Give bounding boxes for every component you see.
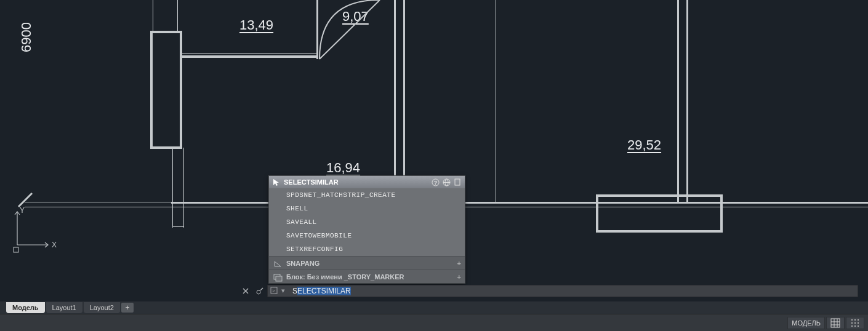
status-dots-button[interactable] (846, 317, 864, 329)
svg-point-30 (854, 322, 856, 324)
autocomplete-item[interactable]: SETXREFCONFIG (269, 242, 465, 256)
chevron-down-icon[interactable]: ▾ (281, 287, 290, 295)
add-layout-button[interactable]: + (121, 303, 134, 313)
help-icon[interactable]: ? (430, 177, 440, 187)
svg-point-27 (854, 319, 856, 321)
autocomplete-title: SELECTSIMILAR (284, 178, 339, 186)
svg-point-33 (854, 325, 856, 327)
autocomplete-section[interactable]: Блок: Без имени _STORY_MARKER + (269, 269, 465, 283)
autocomplete-item[interactable]: SAVETOWEBMOBILE (269, 229, 465, 242)
svg-text:?: ? (433, 180, 437, 186)
svg-rect-6 (14, 247, 18, 252)
layout-tab[interactable]: Layout1 (46, 302, 82, 313)
autocomplete-item[interactable]: SPDSNET_HATCHSTRIP_CREATE (269, 188, 465, 202)
globe-icon[interactable] (441, 177, 451, 187)
cursor-icon (271, 177, 281, 187)
command-text: SELECTSIMILAR (292, 287, 351, 296)
commandline-settings-button[interactable] (254, 285, 265, 297)
svg-point-26 (851, 319, 853, 321)
svg-point-32 (851, 325, 853, 327)
grid-icon (830, 318, 840, 328)
svg-point-28 (858, 319, 859, 321)
expand-icon[interactable]: + (457, 270, 461, 284)
autocomplete-item[interactable]: SHELL (269, 202, 465, 215)
dimension-label: 29,52 (627, 137, 661, 153)
svg-point-34 (858, 325, 859, 327)
svg-text:Y: Y (20, 206, 25, 215)
expand-icon[interactable]: + (457, 257, 461, 270)
status-model-button[interactable]: МОДЕЛЬ (787, 317, 825, 329)
svg-rect-14 (276, 276, 282, 281)
prompt-icon: >_ (270, 287, 279, 295)
layout-tab[interactable]: Layout2 (84, 302, 120, 313)
svg-rect-21 (831, 319, 840, 327)
dimension-label: 16,94 (326, 160, 360, 176)
status-grid-button[interactable] (826, 317, 845, 329)
dimension-label-vertical: 6900 (18, 22, 34, 52)
dots-grid-icon (850, 318, 860, 328)
autocomplete-popup: SELECTSIMILAR ? SPDSNET_HATCHSTRIP_CREAT… (268, 175, 465, 284)
svg-point-29 (851, 322, 853, 324)
status-bar: МОДЕЛЬ (0, 314, 868, 331)
svg-text:X: X (52, 241, 57, 249)
svg-point-31 (858, 322, 859, 324)
popup-close-icon[interactable] (452, 177, 462, 187)
autocomplete-list: SPDSNET_HATCHSTRIP_CREATE SHELL SAVEALL … (269, 188, 465, 256)
layout-tab-model[interactable]: Модель (6, 302, 45, 313)
svg-line-18 (260, 288, 263, 290)
door-arc (318, 0, 398, 74)
dimension-label: 13,49 (239, 17, 273, 33)
ucs-icon: X Y (11, 204, 60, 253)
svg-rect-12 (455, 179, 460, 185)
layout-tab-bar: Модель Layout1 Layout2 + (0, 301, 868, 314)
svg-text:>_: >_ (272, 288, 278, 293)
command-input[interactable]: >_ ▾ SELECTSIMILAR (267, 285, 858, 297)
autocomplete-item[interactable]: SAVEALL (269, 215, 465, 229)
angle-icon (273, 258, 283, 268)
autocomplete-section[interactable]: SNAPANG + (269, 256, 465, 269)
command-row: >_ ▾ SELECTSIMILAR (240, 284, 858, 298)
autocomplete-header: SELECTSIMILAR ? (269, 176, 465, 188)
svg-point-17 (257, 290, 260, 294)
block-icon (273, 272, 283, 282)
svg-line-1 (319, 0, 380, 59)
commandline-close-button[interactable] (240, 285, 251, 297)
